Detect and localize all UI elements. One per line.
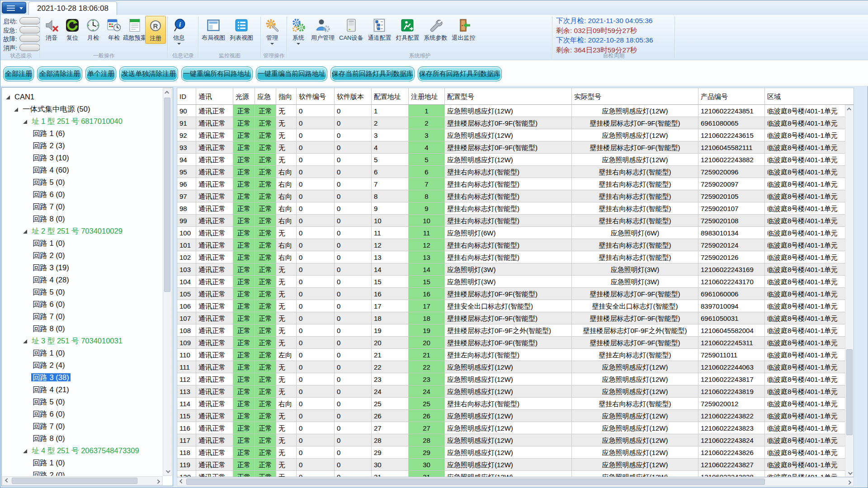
table-row[interactable]: 94通讯正常正常正常无0055应急照明感应灯(12W)应急照明感应灯(12W)1… (177, 154, 854, 166)
ribbon-button-yearly-check[interactable]: 年检 (104, 16, 124, 43)
tree-horizontal-scrollbar[interactable] (2, 476, 163, 485)
action-button-5[interactable]: 一键重编所有回路地址 (181, 66, 253, 81)
ribbon-button-reset[interactable]: 复位 (62, 16, 83, 43)
ribbon-button-info[interactable]: i信息 (169, 16, 189, 46)
table-row[interactable]: 98通讯正常正常正常右向0099壁挂右向标志灯(智能型)壁挂右向标志灯(智能型)… (177, 202, 854, 215)
app-menu-button[interactable] (2, 2, 26, 14)
column-header-product[interactable]: 产品编号 (698, 88, 765, 105)
ribbon-button-mute[interactable]: 消音 (41, 16, 62, 43)
scroll-left-icon[interactable] (177, 478, 185, 486)
scroll-up-icon[interactable] (163, 89, 171, 96)
tree-node-circuit[interactable]: 回路 4 (60) (31, 164, 71, 176)
tree-node-circuit[interactable]: 回路 3 (19) (31, 262, 71, 274)
action-button-6[interactable]: 一键重编当前回路地址 (256, 66, 327, 81)
table-row[interactable]: 110通讯正常正常正常左向002121壁挂左向标志灯(智能型)壁挂左向标志灯(智… (177, 349, 854, 361)
action-button-7[interactable]: 保存当前回路灯具到数据库 (330, 66, 415, 81)
table-row[interactable]: 105通讯正常正常正常无001616壁挂楼层标志灯0F-9F(智能型)壁挂楼层标… (177, 288, 854, 300)
table-row[interactable]: 115通讯正常正常正常无002626应急照明感应灯(12W)应急照明感应灯(12… (177, 410, 854, 422)
action-button-3[interactable]: 单个注册 (85, 66, 116, 81)
tree-node-address[interactable]: 址 2 型 251 号 7034010029 (23, 225, 124, 237)
tree-node-circuit[interactable]: 回路 2 (0) (31, 249, 66, 262)
table-row[interactable]: 91通讯正常正常正常无0022壁挂楼层标志灯0F-9F(智能型)壁挂楼层标志灯0… (177, 117, 854, 129)
tree-vertical-scrollbar[interactable] (163, 88, 172, 476)
ribbon-button-can-device[interactable]: CAN设备 (337, 16, 365, 43)
column-header-comm[interactable]: 通讯 (196, 88, 233, 105)
table-row[interactable]: 92通讯正常正常正常无0033应急照明感应灯(12W)应急照明感应灯(12W)1… (177, 129, 854, 141)
tree-node-address[interactable]: 址 1 型 251 号 6817010040 (23, 115, 124, 127)
ribbon-button-register[interactable]: R注册 (145, 16, 166, 44)
table-row[interactable]: 117通讯正常正常正常无002828应急照明感应灯(12W)应急照明感应灯(12… (177, 434, 854, 446)
table-horizontal-scrollbar[interactable] (177, 477, 854, 486)
tree-node-circuit[interactable]: 回路 2 (0) (31, 469, 66, 476)
table-row[interactable]: 103通讯正常正常正常无001414应急照明灯(3W)应急照明灯(3W)1210… (177, 263, 854, 276)
scroll-right-icon[interactable] (155, 477, 162, 485)
action-button-8[interactable]: 保存所有回路灯具到数据库 (418, 66, 502, 81)
table-row[interactable]: 95通讯正常正常正常右向0066壁挂右向标志灯(智能型)壁挂右向标志灯(智能型)… (177, 166, 854, 178)
table-row[interactable]: 90通讯正常正常正常无0011应急照明感应灯(12W)应急照明感应灯(12W)1… (177, 105, 854, 117)
table-row[interactable]: 100通讯正常正常正常无001111应急照明灯(6W)应急照明灯(6W)8983… (177, 227, 854, 239)
tree-node-circuit[interactable]: 回路 7 (0) (31, 201, 66, 213)
table-hscroll-thumb[interactable] (186, 479, 765, 485)
tree-node-power-supply[interactable]: 一体式集中电源 (50) (14, 103, 91, 115)
column-header-act_model[interactable]: 实际型号 (572, 88, 698, 105)
tree-node-can1[interactable]: CAN1 (6, 91, 36, 103)
ribbon-button-exit-monitor[interactable]: 退出监控 (449, 16, 477, 43)
column-header-cfg_model[interactable]: 配置型号 (445, 88, 572, 105)
ribbon-button-list-view[interactable]: 列表视图 (227, 16, 255, 43)
tree-node-circuit[interactable]: 回路 6 (0) (31, 298, 66, 310)
column-header-sw_no[interactable]: 软件编号 (297, 88, 335, 105)
tree-vscroll-thumb[interactable] (164, 98, 170, 292)
tree-node-circuit[interactable]: 回路 8 (0) (31, 323, 66, 335)
ribbon-button-manage[interactable]: 管理 (262, 16, 283, 46)
tree-node-circuit[interactable]: 回路 7 (0) (31, 420, 66, 432)
tree-expander-icon[interactable] (6, 95, 10, 99)
column-header-sw_ver[interactable]: 软件版本 (335, 88, 372, 105)
table-row[interactable]: 107通讯正常正常正常无001818壁挂楼层标志灯0F-9F(智能型)壁挂楼层标… (177, 312, 854, 324)
table-row[interactable]: 106通讯正常正常正常无001717壁挂安全出口标志灯(智能型)壁挂安全出口标志… (177, 300, 854, 312)
table-row[interactable]: 96通讯正常正常正常右向0077壁挂右向标志灯(智能型)壁挂右向标志灯(智能型)… (177, 178, 854, 190)
tree-hscroll-thumb[interactable] (12, 478, 137, 484)
tree-expander-icon[interactable] (23, 230, 27, 234)
tree-node-circuit[interactable]: 回路 2 (3) (31, 140, 66, 152)
action-button-2[interactable]: 全部清除注册 (37, 66, 82, 81)
tree-node-circuit[interactable]: 回路 3 (38) (31, 371, 71, 384)
table-row[interactable]: 104通讯正常正常正常无001515应急照明灯(3W)应急照明灯(3W)1210… (177, 276, 854, 288)
tree-node-circuit[interactable]: 回路 5 (0) (31, 176, 66, 188)
table-row[interactable]: 111通讯正常正常正常无002222应急照明感应灯(12W)应急照明感应灯(12… (177, 361, 854, 373)
tree-node-circuit[interactable]: 回路 7 (0) (31, 310, 66, 323)
tree-node-circuit[interactable]: 回路 6 (0) (31, 188, 66, 201)
scroll-right-icon[interactable] (846, 478, 854, 486)
tree-node-circuit[interactable]: 回路 5 (0) (31, 286, 66, 298)
tree-node-circuit[interactable]: 回路 2 (4) (31, 359, 66, 371)
tree-node-circuit[interactable]: 回路 4 (21) (31, 384, 71, 396)
tree-node-circuit[interactable]: 回路 3 (10) (31, 152, 71, 164)
table-row[interactable]: 113通讯正常正常正常无002424应急照明感应灯(12W)应急照明感应灯(12… (177, 385, 854, 398)
table-vertical-scrollbar[interactable] (845, 105, 854, 477)
ribbon-button-evacuation-plan[interactable]: 疏散预案 (124, 16, 145, 43)
tree-expander-icon[interactable] (23, 449, 27, 453)
table-row[interactable]: 118通讯正常正常正常无002929应急照明感应灯(12W)应急照明感应灯(12… (177, 446, 854, 459)
column-header-area[interactable]: 区域 (765, 88, 854, 105)
scroll-down-icon[interactable] (163, 468, 171, 475)
column-header-emg[interactable]: 应急 (255, 88, 276, 105)
table-row[interactable]: 108通讯正常正常正常无001919壁挂楼层标志灯0F-9F之外(智能型)壁挂楼… (177, 324, 854, 337)
tree-node-circuit[interactable]: 回路 4 (28) (31, 274, 71, 286)
column-header-id[interactable]: ID (177, 88, 196, 105)
tree-node-circuit[interactable]: 回路 5 (0) (31, 396, 66, 408)
column-header-reg_addr[interactable]: 注册地址 (409, 88, 445, 105)
tree-expander-icon[interactable] (23, 120, 27, 124)
table-row[interactable]: 119通讯正常正常正常无003030应急照明感应灯(12W)应急照明感应灯(12… (177, 459, 854, 471)
action-button-1[interactable]: 全部注册 (3, 66, 34, 81)
table-row[interactable]: 93通讯正常正常正常无0044壁挂楼层标志灯0F-9F(智能型)壁挂楼层标志灯0… (177, 141, 854, 154)
tree-node-circuit[interactable]: 回路 8 (0) (31, 432, 66, 445)
tree-node-circuit[interactable]: 回路 1 (6) (31, 127, 66, 140)
column-header-cfg_addr[interactable]: 配置地址 (372, 88, 409, 105)
table-vscroll-thumb[interactable] (846, 349, 853, 435)
tree-node-circuit[interactable]: 回路 1 (0) (31, 457, 66, 469)
column-header-light[interactable]: 光源 (233, 88, 255, 105)
table-row[interactable]: 101通讯正常正常正常右向001212壁挂右向标志灯(智能型)壁挂右向标志灯(智… (177, 239, 854, 251)
ribbon-button-lamp-config[interactable]: 灯具配置 (393, 16, 421, 43)
table-row[interactable]: 102通讯正常正常正常右向001313壁挂右向标志灯(智能型)壁挂右向标志灯(智… (177, 251, 854, 263)
tree-node-circuit[interactable]: 回路 1 (0) (31, 237, 66, 249)
table-row[interactable]: 112通讯正常正常正常无002323应急照明感应灯(12W)应急照明感应灯(12… (177, 373, 854, 385)
